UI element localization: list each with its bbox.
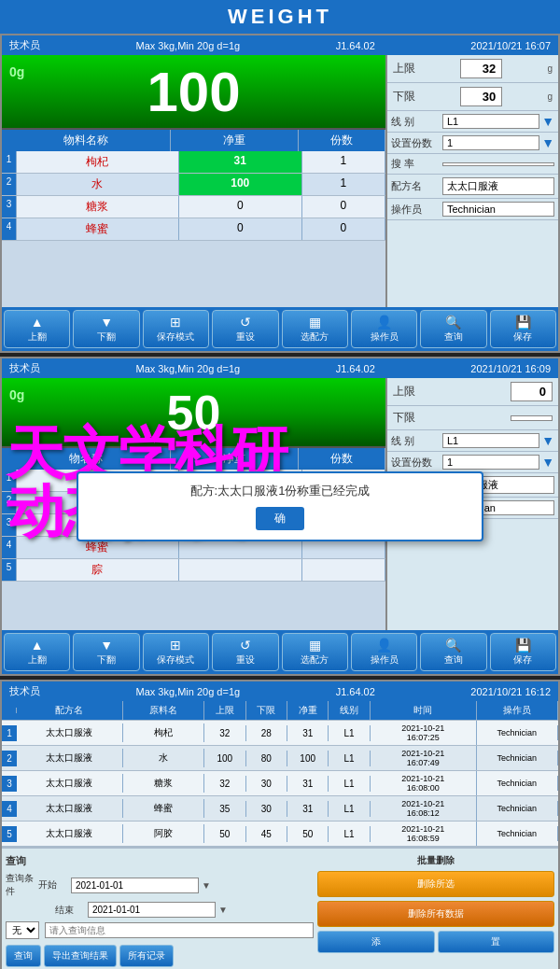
p2-btn-select-recipe[interactable]: ▦选配方 — [282, 633, 348, 671]
p3-end-label: 结束 — [55, 904, 85, 917]
p3-row-ul: 35 — [204, 801, 245, 817]
app-title: WEIGHT — [0, 0, 560, 34]
p3-row-recipe: 太太口服液 — [17, 749, 123, 767]
p1-weight-display: 0g 100 — [2, 55, 385, 130]
p3-end-arrow[interactable]: ▼ — [218, 905, 228, 915]
p3-end-date[interactable] — [88, 902, 216, 918]
p3-row-line: L1 — [329, 725, 370, 741]
p3-start-arrow[interactable]: ▼ — [202, 880, 211, 891]
p3-delete-all-btn[interactable]: 删除所有数据 — [317, 901, 554, 927]
p2-line-arrow[interactable]: ▼ — [541, 433, 554, 448]
p3-row-ul: 32 — [204, 776, 245, 792]
p3-query-btn[interactable]: 查询 — [6, 945, 41, 967]
p1-weight-unit: 0g — [9, 64, 24, 79]
p2-btn-save-mode[interactable]: ⊞保存模式 — [143, 633, 209, 671]
p1-line-arrow[interactable]: ▼ — [541, 114, 554, 129]
p3-start-label: 开始 — [38, 878, 68, 892]
p2-row-num: 4 — [2, 537, 17, 558]
p1-upper-unit: g — [547, 63, 553, 74]
p1-recipe-value: 太太口服液 — [442, 177, 554, 195]
p1-table-row: 1 枸杞 31 1 — [2, 151, 385, 174]
p1-btn-up[interactable]: ▲上翻 — [4, 310, 70, 348]
p3-delete-selected-btn[interactable]: 删除所选 — [317, 871, 554, 897]
p2-portions-arrow[interactable]: ▼ — [541, 455, 554, 470]
p3-row-recipe: 太太口服液 — [17, 824, 123, 843]
p3-start-date[interactable] — [71, 878, 199, 893]
p2-btn-down[interactable]: ▼下翻 — [73, 633, 139, 671]
p2-col-name: 物名称 — [2, 448, 171, 470]
p1-user: 技术员 — [9, 38, 40, 52]
p3-query-input[interactable] — [45, 922, 314, 938]
p3-col-ll: 下限 — [246, 701, 287, 720]
p1-btn-reset[interactable]: ↺重设 — [212, 310, 278, 348]
p3-row-num: 5 — [2, 826, 17, 842]
p2-version: J1.64.02 — [336, 363, 375, 374]
p2-table-row: 5 腙 — [2, 559, 385, 582]
p2-body: 天文学科研动态,天文 配方:太太口服液1份称重已经完成 确 0g 50 物名称 … — [2, 378, 558, 630]
p3-add-btn[interactable]: 添 — [317, 931, 434, 953]
p3-table-header: 配方名 原料名 上限 下限 净重 线别 时间 操作员 — [2, 701, 558, 721]
p2-weight-value: 50 — [167, 385, 221, 441]
p1-rate-value — [442, 162, 554, 166]
p3-col-op: 操作员 — [477, 701, 558, 720]
p3-all-records-btn[interactable]: 所有记录 — [119, 945, 174, 967]
p3-table-row: 5 太太口服液 阿胶 50 45 50 L1 2021-10-2116:08:5… — [2, 822, 558, 847]
p3-no-select[interactable]: 无 — [6, 921, 39, 939]
p2-line-value: L1 — [442, 433, 539, 448]
p3-row-ll: 30 — [246, 801, 287, 817]
p1-row-num: 2 — [2, 174, 17, 195]
p3-row-time: 2021-10-2116:08:59 — [371, 822, 477, 846]
p2-row-num: 3 — [2, 514, 17, 536]
p3-row-line: L1 — [329, 751, 370, 766]
p3-confirm-btn[interactable]: 置 — [438, 931, 554, 953]
p3-batch-title: 批量删除 — [317, 854, 554, 867]
p3-spec: Max 3kg,Min 20g d=1g — [136, 686, 241, 697]
p2-row-weight — [179, 559, 302, 581]
p3-col-time: 时间 — [371, 701, 477, 720]
p1-btn-query[interactable]: 🔍查询 — [420, 310, 486, 348]
p2-col-count: 份数 — [299, 448, 385, 470]
p3-row-ll: 28 — [246, 725, 287, 741]
p3-row-line: L1 — [329, 826, 370, 842]
p1-btn-down[interactable]: ▼下翻 — [73, 310, 139, 348]
p2-dialog: 配方:太太口服液1份称重已经完成 确 — [77, 471, 483, 541]
p1-upper-value: 32 — [460, 59, 502, 78]
p1-btn-operator[interactable]: 👤操作员 — [351, 310, 417, 348]
p1-btn-select-recipe[interactable]: ▦选配方 — [282, 310, 348, 348]
p2-btn-reset[interactable]: ↺重设 — [212, 633, 278, 671]
p1-left: 0g 100 物料名称 净重 份数 1 枸杞 31 1 2 水 100 1 3 … — [2, 55, 385, 307]
p3-row-num: 4 — [2, 801, 17, 817]
p2-lower-limit-row: 下限 — [387, 406, 558, 430]
p1-table-row: 2 水 100 1 — [2, 174, 385, 196]
p3-row-net: 31 — [287, 776, 329, 792]
p2-dialog-ok[interactable]: 确 — [256, 507, 304, 530]
p1-portions-row: 设置份数 1 ▼ — [387, 133, 558, 154]
p1-line-value: L1 — [442, 114, 539, 129]
p2-row-num: 1 — [2, 470, 17, 491]
p1-table-header: 物料名称 净重 份数 — [2, 130, 385, 151]
p3-row-recipe: 太太口服液 — [17, 799, 123, 818]
p3-col-net: 净重 — [287, 701, 329, 720]
p3-col-num — [2, 708, 17, 713]
p1-btn-save[interactable]: 💾保存 — [490, 310, 556, 348]
p3-export-btn[interactable]: 导出查询结果 — [44, 945, 117, 967]
p1-row-count: 1 — [302, 174, 385, 195]
p3-row-op: Technician — [477, 826, 558, 841]
p1-col-count: 份数 — [299, 130, 385, 151]
p3-row-time: 2021-10-2116:08:00 — [371, 771, 477, 795]
p1-table-row: 3 糖浆 0 0 — [2, 196, 385, 218]
p1-row-count: 0 — [302, 196, 385, 218]
p3-user: 技术员 — [9, 684, 40, 698]
p1-btn-save-mode[interactable]: ⊞保存模式 — [143, 310, 209, 348]
p2-btn-query[interactable]: 🔍查询 — [420, 633, 486, 671]
p2-row-num: 2 — [2, 492, 17, 513]
p3-row-net: 31 — [287, 725, 329, 741]
p2-lower-label: 下限 — [393, 410, 415, 426]
p2-btn-operator[interactable]: 👤操作员 — [351, 633, 417, 671]
p1-col-weight: 净重 — [171, 130, 299, 151]
p3-row-num: 3 — [2, 776, 17, 792]
p1-portions-arrow[interactable]: ▼ — [541, 135, 554, 150]
p2-btn-up[interactable]: ▲上翻 — [4, 633, 70, 671]
p2-btn-save[interactable]: 💾保存 — [490, 633, 556, 671]
p3-row-ll: 80 — [246, 751, 287, 766]
